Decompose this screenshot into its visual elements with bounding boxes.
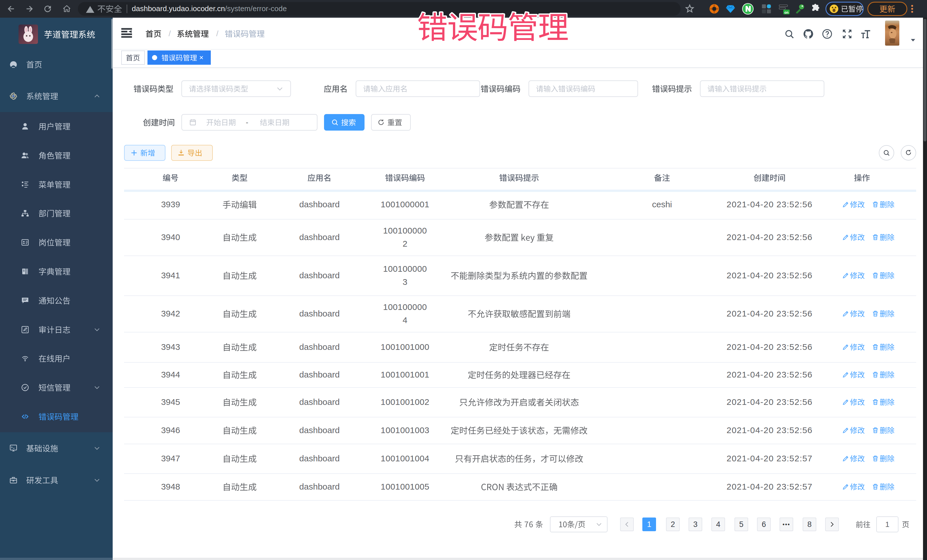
svg-text:on: on (784, 11, 789, 15)
